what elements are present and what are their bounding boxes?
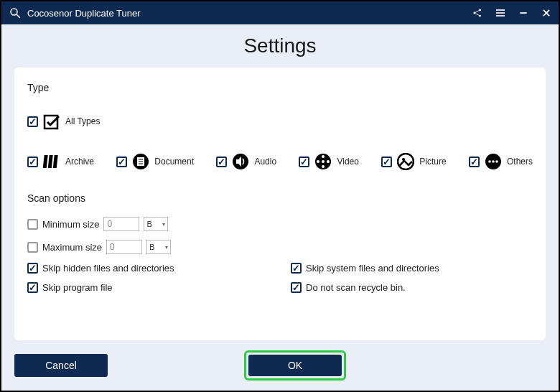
- type-all-types[interactable]: All Types: [27, 112, 100, 131]
- svg-point-28: [327, 160, 330, 163]
- skip-hidden-row[interactable]: Skip hidden files and directories: [27, 263, 269, 274]
- app-window: Cocosenor Duplicate Tuner Settings Type: [0, 0, 560, 392]
- archive-icon: [42, 152, 61, 171]
- type-audio-label: Audio: [254, 157, 276, 167]
- svg-rect-14: [43, 155, 48, 168]
- type-video-label: Video: [337, 157, 358, 167]
- checkbox-picture[interactable]: [381, 157, 392, 167]
- checkbox-archive[interactable]: [27, 157, 38, 167]
- max-size-input[interactable]: [106, 240, 142, 254]
- video-icon: [314, 152, 332, 171]
- all-types-icon: [42, 112, 61, 131]
- content-area: Settings Type All Types A: [1, 24, 559, 391]
- max-size-unit-select[interactable]: B ▾: [146, 240, 171, 254]
- settings-panel: Type All Types Archive: [14, 67, 546, 340]
- no-recycle-label: Do not scan recycle bin.: [306, 282, 406, 293]
- checkbox-skip-hidden[interactable]: [27, 263, 38, 274]
- checkbox-others[interactable]: [469, 157, 480, 167]
- max-size-label: Maximum size: [42, 242, 102, 253]
- menu-icon[interactable]: [494, 6, 507, 19]
- svg-line-6: [475, 14, 479, 16]
- type-others-label: Others: [507, 157, 533, 167]
- type-document-label: Document: [154, 157, 194, 167]
- checkbox-video[interactable]: [299, 157, 309, 167]
- type-picture-label: Picture: [419, 157, 446, 167]
- ok-button-highlight: OK: [244, 350, 346, 381]
- type-others[interactable]: Others: [469, 152, 533, 171]
- svg-line-5: [475, 11, 479, 13]
- svg-rect-13: [45, 116, 57, 129]
- document-icon: [131, 152, 150, 171]
- svg-point-26: [322, 165, 325, 168]
- svg-point-4: [479, 15, 481, 17]
- type-video[interactable]: Video: [299, 152, 358, 171]
- close-icon[interactable]: [540, 6, 553, 19]
- svg-rect-15: [48, 155, 53, 168]
- svg-point-0: [11, 9, 17, 15]
- svg-point-25: [322, 155, 325, 158]
- chevron-down-icon: ▾: [165, 244, 168, 251]
- type-picture[interactable]: Picture: [381, 152, 446, 171]
- type-document[interactable]: Document: [116, 152, 194, 171]
- skip-system-row[interactable]: Skip system files and directories: [291, 263, 533, 274]
- svg-point-33: [492, 160, 495, 163]
- min-size-row: Minimum size B ▾: [27, 217, 533, 231]
- chevron-down-icon: ▾: [162, 221, 165, 228]
- type-all-row: All Types: [27, 112, 533, 131]
- svg-point-24: [322, 160, 325, 163]
- type-categories-row: Archive Document Audio: [27, 152, 533, 171]
- minimize-icon[interactable]: [517, 6, 530, 19]
- app-logo-icon: [9, 6, 22, 19]
- svg-rect-16: [53, 155, 58, 168]
- checkbox-no-recycle[interactable]: [291, 282, 302, 293]
- svg-point-32: [488, 160, 491, 163]
- svg-point-34: [495, 160, 498, 163]
- min-size-input[interactable]: [103, 217, 139, 231]
- svg-point-3: [479, 9, 481, 11]
- app-title: Cocosenor Duplicate Tuner: [27, 8, 471, 19]
- cancel-button[interactable]: Cancel: [14, 354, 108, 377]
- button-row: Cancel OK: [14, 350, 546, 381]
- checkbox-skip-program[interactable]: [27, 282, 38, 293]
- scan-section-label: Scan options: [27, 192, 533, 204]
- titlebar: Cocosenor Duplicate Tuner: [1, 1, 559, 24]
- svg-point-27: [317, 160, 319, 163]
- no-recycle-row[interactable]: Do not scan recycle bin.: [291, 282, 533, 293]
- min-size-unit-value: B: [146, 220, 151, 228]
- svg-point-2: [473, 12, 475, 14]
- checkbox-document[interactable]: [116, 157, 127, 167]
- ok-button[interactable]: OK: [248, 355, 342, 376]
- max-size-row: Maximum size B ▾: [27, 240, 533, 254]
- skip-hidden-label: Skip hidden files and directories: [42, 263, 174, 274]
- min-size-unit-select[interactable]: B ▾: [144, 217, 168, 231]
- window-controls: [471, 6, 553, 19]
- checkbox-skip-system[interactable]: [291, 263, 302, 274]
- checkbox-audio[interactable]: [216, 157, 227, 167]
- type-all-label: All Types: [65, 116, 100, 126]
- svg-line-1: [17, 14, 20, 18]
- min-size-label: Minimum size: [42, 219, 99, 230]
- type-archive-label: Archive: [65, 157, 94, 167]
- checkbox-min-size[interactable]: [27, 219, 38, 230]
- skip-program-row[interactable]: Skip program file: [27, 282, 269, 293]
- type-archive[interactable]: Archive: [27, 152, 94, 171]
- type-section-label: Type: [27, 82, 533, 93]
- scan-options-grid: Minimum size B ▾ Maximum size B ▾: [27, 217, 533, 293]
- checkbox-all-types[interactable]: [27, 116, 38, 127]
- max-size-unit-value: B: [149, 243, 154, 251]
- skip-program-label: Skip program file: [42, 282, 113, 293]
- others-icon: [484, 152, 503, 171]
- share-icon[interactable]: [471, 6, 484, 19]
- audio-icon: [231, 152, 250, 171]
- picture-icon: [396, 152, 415, 171]
- page-title: Settings: [14, 24, 546, 67]
- skip-system-label: Skip system files and directories: [306, 263, 439, 274]
- checkbox-max-size[interactable]: [27, 242, 38, 253]
- type-audio[interactable]: Audio: [216, 152, 276, 171]
